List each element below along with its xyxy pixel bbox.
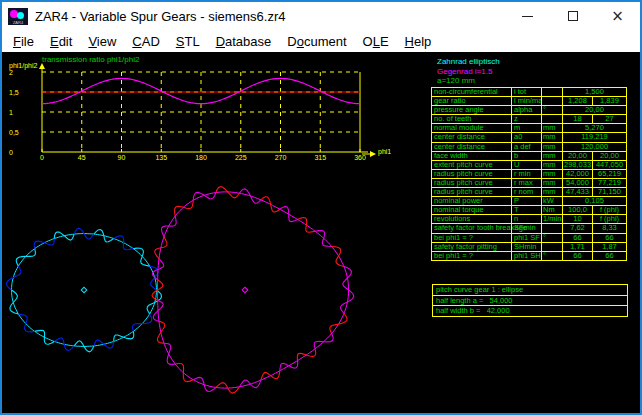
- info-box-line-1: half width b = 42,000: [432, 305, 628, 317]
- chart-axes: 0459013518022527031536021,510,50: [9, 63, 376, 161]
- menu-cad[interactable]: CAD: [124, 32, 167, 51]
- svg-text:1,5: 1,5: [9, 89, 19, 96]
- gear-note-0: Zahnrad elliptisch: [437, 57, 500, 67]
- table-cell-v2: 66: [592, 251, 627, 261]
- gear-1-tooth: [54, 232, 74, 240]
- chart-grid: [42, 72, 360, 152]
- results-table: non-circumferentiali tot1,500gear ratioi…: [432, 88, 630, 261]
- gear-1-tooth: [147, 290, 161, 314]
- menu-bar: FileEditViewCADSTLDatabaseDocumentOLEHel…: [2, 30, 640, 52]
- title-bar: ZAR4 ZAR4 - Variable Spur Gears - siemen…: [2, 2, 640, 30]
- gear-2-tooth: [239, 189, 261, 203]
- menu-stl[interactable]: STL: [168, 32, 208, 51]
- close-icon: ×: [611, 9, 624, 24]
- maximize-button[interactable]: [550, 2, 595, 30]
- svg-text:45: 45: [78, 154, 86, 161]
- gear-2-tooth: [162, 216, 177, 237]
- table-cell-unit: °: [541, 251, 563, 261]
- svg-text:180: 180: [195, 154, 207, 161]
- window-title: ZAR4 - Variable Spur Gears - siemens6.zr…: [35, 9, 285, 24]
- table-row: bei phi1 = ?phi1 SH°6666: [432, 251, 630, 261]
- menu-ole[interactable]: OLE: [355, 32, 397, 51]
- menu-file[interactable]: File: [5, 32, 42, 51]
- gear-2-tooth: [155, 237, 167, 259]
- gear-1-tooth: [16, 249, 35, 267]
- gear-2-center-marker: [242, 287, 248, 293]
- svg-text:90: 90: [118, 154, 126, 161]
- gear-2-tooth: [280, 207, 298, 222]
- minimize-icon: [522, 16, 533, 17]
- chart-title: transmission ratio phi1/phi2: [42, 55, 139, 64]
- svg-text:1: 1: [9, 109, 13, 116]
- svg-text:315: 315: [314, 154, 326, 161]
- gear-1-tooth: [35, 330, 55, 344]
- svg-text:270: 270: [275, 154, 287, 161]
- close-button[interactable]: ×: [595, 2, 640, 30]
- gear-2-pitch-curve: [158, 192, 349, 388]
- svg-text:225: 225: [235, 154, 247, 161]
- svg-text:0,5: 0,5: [9, 129, 19, 136]
- gear-1-pitch-curve: [12, 234, 157, 347]
- table-cell-name: bei phi1 = ?: [431, 251, 512, 261]
- gear-1-center-marker: [81, 287, 87, 293]
- gear-2-tooth: [158, 321, 165, 343]
- gear-1-tooth: [94, 340, 114, 348]
- icon-gear-cyan: [17, 12, 24, 19]
- gear-2-tooth: [343, 267, 352, 291]
- menu-database[interactable]: Database: [208, 32, 280, 51]
- gear-2-tooth: [341, 290, 354, 314]
- chart-x-axis-label: phi1: [378, 148, 391, 156]
- minimize-button[interactable]: [505, 2, 550, 30]
- app-icon: ZAR4: [8, 8, 28, 25]
- gear-1-tooth: [133, 314, 152, 332]
- menu-document[interactable]: Document: [279, 32, 354, 51]
- table-cell-sym: phi1 SH: [511, 251, 542, 261]
- menu-view[interactable]: View: [80, 32, 124, 51]
- gear-1-tooth: [7, 266, 21, 290]
- menu-help[interactable]: Help: [397, 32, 440, 51]
- gear-2: [152, 187, 354, 394]
- gear-1-tooth: [114, 236, 134, 250]
- menu-edit[interactable]: Edit: [42, 32, 80, 51]
- gear-1-tooth: [54, 338, 74, 351]
- svg-text:0: 0: [40, 154, 44, 161]
- gear-2-tooth: [314, 334, 333, 349]
- gear-1: [7, 228, 162, 352]
- svg-text:360: 360: [354, 154, 366, 161]
- pitch-curve-info-box: pitch curve gear 1 : ellipse half length…: [432, 285, 628, 317]
- gear-notes: Zahnrad elliptischGegenrad i=1.5a=120 mm: [437, 57, 500, 86]
- chart-y-axis-label: phi1/phi2: [9, 62, 37, 70]
- svg-text:0: 0: [9, 149, 13, 156]
- svg-text:135: 135: [155, 154, 167, 161]
- table-cell-v1: 66: [562, 251, 593, 261]
- gear-2-tooth: [193, 377, 216, 391]
- gear-2-tooth: [298, 218, 316, 233]
- gear-2-tooth: [261, 197, 280, 212]
- maximize-icon: [568, 11, 578, 21]
- gear-1-tooth: [94, 230, 114, 243]
- gear-note-2: a=120 mm: [437, 76, 500, 86]
- app-window: ZAR4 ZAR4 - Variable Spur Gears - siemen…: [0, 0, 642, 415]
- icon-label: ZAR4: [8, 21, 28, 25]
- gear-note-1: Gegenrad i=1.5: [437, 67, 500, 77]
- caption-buttons: ×: [505, 2, 640, 30]
- gear-2-tooth: [175, 364, 193, 382]
